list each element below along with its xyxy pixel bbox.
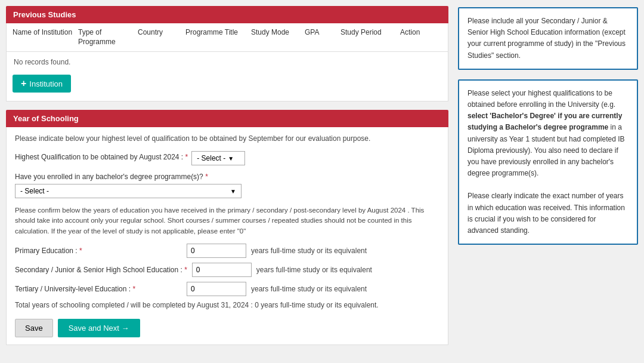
highest-qual-select[interactable]: - Select - ▼ — [191, 151, 245, 165]
plus-icon: + — [21, 78, 26, 89]
bachelor-select[interactable]: - Select - ▼ — [15, 184, 242, 198]
secondary-edu-input[interactable] — [192, 263, 252, 277]
col-action: Action — [400, 28, 442, 47]
year-of-schooling-section: Year of Schooling Please indicate below … — [6, 110, 448, 345]
col-institution: Name of Institution — [13, 28, 78, 47]
add-institution-button[interactable]: + Institution — [13, 75, 71, 93]
tooltips-column: Please include all your Secondary / Juni… — [458, 6, 638, 345]
secondary-edu-unit: years full-time study or its equivalent — [256, 266, 372, 274]
dropdown-arrow-icon: ▼ — [228, 155, 234, 162]
primary-edu-input[interactable] — [187, 244, 246, 258]
col-study-period: Study Period — [340, 28, 400, 47]
secondary-edu-label: Secondary / Junior & Senior High School … — [15, 266, 187, 274]
tooltip-1: Please include all your Secondary / Juni… — [458, 7, 638, 70]
bachelor-label: Have you enrolled in any bachelor's degr… — [15, 173, 439, 181]
year-section-description: Please indicate below your highest level… — [15, 134, 439, 143]
previous-studies-section: Previous Studies Name of Institution Typ… — [6, 6, 448, 101]
table-header-row: Name of Institution Type of Programme Co… — [7, 23, 448, 52]
tooltip-2: Please select your highest qualification… — [458, 79, 638, 245]
bachelor-select-text: - Select - — [20, 187, 49, 195]
save-button[interactable]: Save — [15, 319, 53, 337]
year-of-schooling-header: Year of Schooling — [6, 110, 448, 127]
no-records-text: No records found. — [7, 52, 448, 72]
footer-buttons: Save Save and Next → — [15, 319, 439, 337]
previous-studies-header: Previous Studies — [6, 6, 448, 23]
highest-qualification-group: Highest Qualification to be obtained by … — [15, 151, 439, 165]
col-country: Country — [138, 28, 185, 47]
col-programme-type: Type of Programme — [78, 28, 138, 47]
confirm-text: Please confirm below the years of educat… — [15, 205, 439, 236]
bachelor-group: Have you enrolled in any bachelor's degr… — [15, 173, 439, 198]
tertiary-edu-label: Tertiary / University-level Education : … — [15, 285, 182, 293]
save-next-button[interactable]: Save and Next → — [58, 319, 140, 337]
col-programme-title: Programme Title — [185, 28, 251, 47]
tertiary-edu-input[interactable] — [187, 282, 246, 296]
primary-edu-row: Primary Education : * years full-time st… — [15, 244, 439, 258]
tooltip-2-text: Please select your highest qualification… — [467, 89, 625, 235]
primary-edu-unit: years full-time study or its equivalent — [251, 247, 367, 255]
secondary-edu-row: Secondary / Junior & Senior High School … — [15, 263, 439, 277]
tertiary-edu-row: Tertiary / University-level Education : … — [15, 282, 439, 296]
col-gpa: GPA — [305, 28, 340, 47]
add-institution-label: Institution — [29, 79, 63, 88]
primary-edu-label: Primary Education : * — [15, 247, 182, 255]
highest-qual-select-text: - Select - — [197, 154, 225, 162]
highest-qual-label: Highest Qualification to be obtained by … — [15, 153, 188, 161]
col-study-mode: Study Mode — [251, 28, 305, 47]
total-years-text: Total years of schooling completed / wil… — [15, 301, 439, 309]
tertiary-edu-unit: years full-time study or its equivalent — [251, 285, 367, 293]
bachelor-dropdown-arrow-icon: ▼ — [230, 188, 236, 195]
